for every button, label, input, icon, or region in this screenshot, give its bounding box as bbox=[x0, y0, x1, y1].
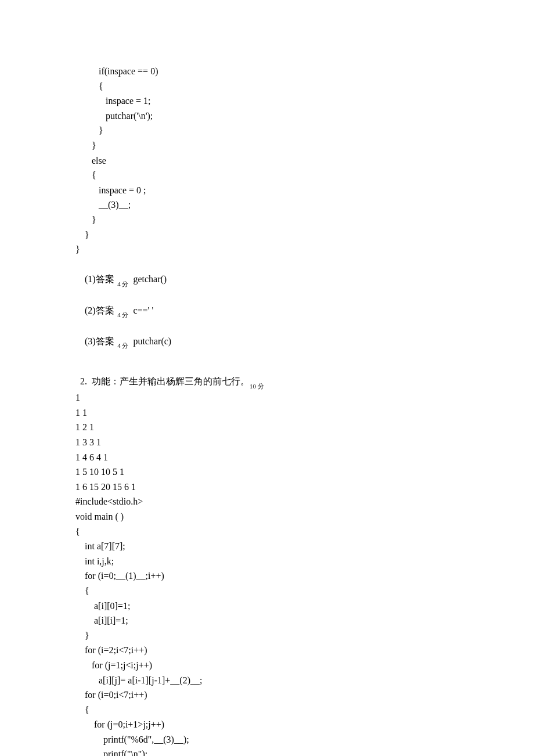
code-line: { bbox=[75, 703, 459, 718]
code-line: int i,j,k; bbox=[75, 554, 459, 569]
code-line: { bbox=[75, 168, 459, 183]
code-line: for (i=0;__(1)__;i++) bbox=[75, 568, 459, 584]
answer-value: getchar() bbox=[128, 274, 167, 284]
code-line: { bbox=[75, 79, 459, 94]
code-line: printf("%6d",__(3)__); bbox=[75, 732, 459, 747]
triangle-row: 1 4 6 4 1 bbox=[75, 450, 459, 465]
code-line: } bbox=[75, 213, 459, 228]
code-line: for (j=0;i+1>j;j++) bbox=[75, 717, 459, 732]
answer-label: (1)答案 bbox=[80, 274, 114, 284]
code-line: void main ( ) bbox=[75, 509, 459, 524]
code-line: putchar('\n'); bbox=[75, 109, 459, 124]
question-2-title: 2. 功能：产生并输出杨辉三角的前七行。10 分 bbox=[75, 359, 459, 390]
code-line: __(3)__; bbox=[75, 197, 459, 213]
answer-line-2: (2)答案 4 分 c==' ' bbox=[75, 288, 459, 319]
answer-label: (3)答案 bbox=[80, 336, 114, 346]
answer-line-3: (3)答案 4 分 putchar(c) bbox=[75, 319, 459, 350]
code-line: for (j=1;j<i;j++) bbox=[75, 658, 459, 673]
spacer bbox=[75, 350, 459, 359]
code-line: { bbox=[75, 584, 459, 599]
code-line: a[i][0]=1; bbox=[75, 599, 459, 614]
answer-points: 4 分 bbox=[114, 311, 129, 318]
code-line: } bbox=[75, 123, 459, 138]
code-line: a[i][i]=1; bbox=[75, 613, 459, 628]
triangle-row: 1 5 10 10 5 1 bbox=[75, 465, 459, 480]
answer-points: 4 分 bbox=[114, 280, 129, 287]
triangle-row: 1 3 3 1 bbox=[75, 435, 459, 450]
answer-points: 4 分 bbox=[114, 342, 129, 349]
question-title-text: 2. 功能：产生并输出杨辉三角的前七行。 bbox=[80, 376, 250, 386]
answer-value: c==' ' bbox=[128, 305, 153, 315]
code-line: int a[7][7]; bbox=[75, 539, 459, 554]
triangle-row: 1 6 15 20 15 6 1 bbox=[75, 480, 459, 495]
code-line: } bbox=[75, 138, 459, 153]
code-line: } bbox=[75, 628, 459, 643]
answer-line-1: (1)答案 4 分 getchar() bbox=[75, 257, 459, 288]
answer-label: (2)答案 bbox=[80, 305, 114, 315]
code-line: if(inspace == 0) bbox=[75, 64, 459, 79]
triangle-row: 1 bbox=[75, 390, 459, 405]
code-line: else bbox=[75, 153, 459, 168]
code-line: } bbox=[75, 242, 459, 257]
code-line: printf("\n"); bbox=[75, 747, 459, 756]
triangle-row: 1 2 1 bbox=[75, 420, 459, 435]
code-line: for (i=2;i<7;i++) bbox=[75, 643, 459, 658]
question-points: 10 分 bbox=[250, 383, 264, 390]
answer-value: putchar(c) bbox=[128, 336, 171, 346]
code-line: { bbox=[75, 524, 459, 539]
code-line: for (i=0;i<7;i++) bbox=[75, 687, 459, 703]
code-line: } bbox=[75, 228, 459, 243]
triangle-row: 1 1 bbox=[75, 405, 459, 420]
code-line: inspace = 1; bbox=[75, 93, 459, 109]
code-line: #include<stdio.h> bbox=[75, 494, 459, 509]
code-line: a[i][j]= a[i-1][j-1]+__(2)__; bbox=[75, 673, 459, 688]
code-line: inspace = 0 ; bbox=[75, 183, 459, 198]
